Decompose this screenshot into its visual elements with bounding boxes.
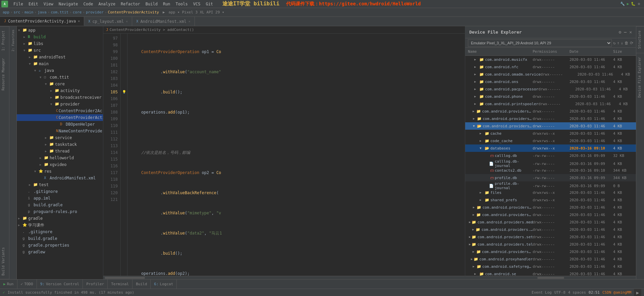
tree-item-thread[interactable]: ▶ 📁 thread [17, 148, 103, 155]
git-icon[interactable]: 🔧 [620, 2, 625, 6]
tab-manifest[interactable]: X AndroidManifest.xml ✕ [132, 17, 195, 26]
tree-item-main[interactable]: ▼ 📁 main [17, 60, 103, 67]
file-row-proxyhandler[interactable]: ▶ 📁 com.android.proxyhandler drwx------ … [465, 255, 636, 263]
tab-close-2[interactable]: ✕ [126, 19, 128, 23]
tree-item-core[interactable]: ▼ 📁 core [17, 81, 103, 87]
tree-item-gradle[interactable]: ▶ 📁 gradle [17, 215, 103, 222]
file-row-settings[interactable]: ▶ 📁 com.android.providers.settings drwx-… [465, 233, 636, 241]
run-btn[interactable]: ▶ [627, 2, 629, 6]
tree-item-xgvideo[interactable]: ▶ 📁 xgvideo [17, 161, 103, 168]
settings-icon[interactable]: ⚙ [638, 2, 640, 6]
tree-item-appiml[interactable]: i app.iml [17, 195, 103, 202]
menu-vcs[interactable]: VCS [191, 1, 203, 7]
file-row-se[interactable]: ▶ 📁 com.android.se drwx------ 2020-03-03… [465, 270, 636, 276]
tab-profiler[interactable]: Profiler [83, 280, 108, 289]
status-indent[interactable]: 4 spaces [568, 290, 586, 295]
path-java[interactable]: java [38, 10, 47, 14]
menu-code[interactable]: Code [81, 1, 96, 7]
path-provider[interactable]: provider [86, 10, 104, 14]
status-encoding[interactable]: UTF-8 [554, 290, 566, 295]
file-row-downloads[interactable]: ▶ 📁 com.android.providers.downloads drwx… [465, 204, 636, 211]
editor-scrollbar[interactable] [103, 276, 465, 279]
file-row-partnerbookmark[interactable]: ▶ 📁 com.android.providers.partnerbookmar… [465, 226, 636, 233]
tab-cplayout[interactable]: X cp_layout.xml ✕ [84, 17, 132, 26]
tree-item-androidtest[interactable]: ▶ 📁 androidTest [17, 54, 103, 60]
tree-item-service[interactable]: ▶ 📁 service [17, 134, 103, 141]
tab-contentprovider[interactable]: J ContentProviderActivity.java ✕ [0, 17, 84, 26]
resource-manager-tab[interactable]: Resource Manager [0, 55, 9, 94]
structure-tab[interactable]: Structure [636, 26, 644, 53]
path-src[interactable]: src [14, 10, 20, 14]
path-com[interactable]: com.ttit [51, 10, 68, 14]
file-row-musicfx[interactable]: ▶ 📁 com.android.musicfx drwx------ 2020-… [465, 56, 636, 63]
menu-git[interactable]: Git [203, 1, 216, 7]
file-row-ons[interactable]: ▶ 📁 com.android.ons drwx------ 2020-03-0… [465, 78, 636, 85]
tree-item-gitignore[interactable]: . .gitignore [17, 188, 103, 195]
tree-item-src[interactable]: ▼ 📁 src [17, 47, 103, 54]
download-icon[interactable]: ↓ [621, 41, 623, 45]
tree-item-gradlew[interactable]: g gradlew [17, 249, 103, 255]
tab-terminal[interactable]: Terminal [108, 280, 132, 289]
tree-item-java[interactable]: ▼ ☕ java [17, 67, 103, 74]
file-row-shared-prefs[interactable]: ▶ 📁 shared_prefs drwxrws--x 2020-03-03 1… [465, 196, 636, 204]
tree-item-cpactivity-selected[interactable]: C ContentProviderActi... [17, 114, 103, 121]
path-core[interactable]: core [73, 10, 82, 14]
device-file-tab[interactable]: Device File Explorer [636, 53, 644, 101]
tree-item-buildgradle-root[interactable]: g build.gradle [17, 235, 103, 242]
file-row-databases[interactable]: ▼ 📂 databases drwxrwx--x 2020-03-16 09:1… [465, 144, 636, 152]
tree-item-cp2activity[interactable]: C ContentProvider2Ac... [17, 108, 103, 114]
tree-item-androidmanifest[interactable]: X AndroidManifest.xml [17, 175, 103, 181]
device-selector-dropdown[interactable]: Emulator Pixel_3_XL_API_29 Android 10, A… [468, 39, 612, 47]
tree-item-broadcastreceiver[interactable]: ▶ 📁 broadcastreceiver [17, 94, 103, 101]
delete-icon[interactable]: 🗑 [625, 41, 629, 45]
file-row-code-cache[interactable]: ▶ 📁 code_cache drwxrws--x 2020-03-03 11:… [465, 137, 636, 144]
tree-item-gitignore-root[interactable]: . .gitignore [17, 228, 103, 235]
event-log-label[interactable]: Event Log [532, 290, 552, 295]
menu-tools[interactable]: Tools [173, 1, 191, 7]
refresh-icon[interactable]: ↻ [613, 41, 615, 45]
file-row-blockednumr[interactable]: ▶ 📁 com.android.providers.blockednumr dr… [465, 108, 636, 115]
tree-item-libs[interactable]: ▶ 📁 libs [17, 40, 103, 47]
tab-logcat[interactable]: 6: Logcat [151, 280, 177, 289]
menu-navigate[interactable]: Navigate [56, 1, 81, 7]
path-main[interactable]: main [24, 10, 34, 14]
file-explorer-scrollbar[interactable] [465, 276, 636, 279]
tab-todo[interactable]: ✓ TODO [17, 280, 37, 289]
path-device2[interactable]: Pixel 3 XL API 29 ▾ [182, 10, 224, 14]
file-row-profile-journal[interactable]: 📄 profile.db-journal -rw-rw---- 2020-03-… [465, 181, 636, 189]
file-row-calllog-journal[interactable]: 📄 calllog.db-journal -rw-rw---- 2020-03-… [465, 159, 636, 167]
favorites-item-1[interactable]: 2: Favorites [10, 28, 16, 53]
tree-item-build[interactable]: ▶ B build [17, 34, 103, 40]
build-variants-tab[interactable]: Build Variants [0, 244, 9, 279]
tab-close-1[interactable]: ✕ [78, 19, 80, 23]
file-row-calendar[interactable]: ▶ 📁 com.android.providers.calendar drwx-… [465, 115, 636, 122]
file-row-profile-db[interactable]: 🗃 profile.db -rw-rw---- 2020-03-16 09:09… [465, 174, 636, 181]
file-row-pacprocessor[interactable]: ▶ 📁 com.android.pacprocessor drwx------ … [465, 85, 636, 93]
menu-refactor[interactable]: Refactor [118, 1, 143, 7]
file-row-phone[interactable]: ▶ 📁 com.android.phone drwx------ 2020-03… [465, 93, 636, 100]
menu-run[interactable]: Run [160, 1, 173, 7]
tree-item-buildgradle-app[interactable]: g build.gradle [17, 202, 103, 208]
minimize-icon-explorer[interactable]: — [624, 30, 627, 35]
path-run-icon[interactable]: ▶ [163, 10, 165, 14]
menu-edit[interactable]: Edit [26, 1, 41, 7]
close-icon-explorer[interactable]: ✕ [629, 30, 632, 35]
tree-item-proguard[interactable]: p proguard-rules.pro [17, 208, 103, 215]
file-row-userdictiona[interactable]: ▶ 📁 com.android.providers.userdictiona d… [465, 248, 636, 255]
file-row-safetyregulatoryinfo[interactable]: ▶ 📁 com.android.safetyregulatoryinfo drw… [465, 263, 636, 270]
path-class[interactable]: ContentProviderActivity [108, 10, 159, 14]
sync-icon[interactable]: ⟳ [630, 41, 633, 45]
tab-run[interactable]: ▶ Run [0, 280, 17, 289]
code-lines[interactable]: ContentProviderOperation op1 = Co .withV… [127, 34, 465, 276]
file-row-cache[interactable]: ▶ 📁 cache drwxrws--x 2020-03-03 11:46 4 … [465, 130, 636, 137]
tab-version-control[interactable]: 9: Version Control [37, 280, 83, 289]
tree-item-helloworld[interactable]: ▶ 📁 helloworld [17, 155, 103, 161]
tree-item-comttit[interactable]: ▼ ◻ com.ttit [17, 74, 103, 81]
menu-analyze[interactable]: Analyze [96, 1, 118, 7]
file-row-contacts-folder[interactable]: ▼ 📂 com.android.providers.contacts drwx-… [465, 122, 636, 130]
debug-btn[interactable]: 🐛 [631, 2, 636, 6]
menu-view[interactable]: View [41, 1, 56, 7]
project-tab[interactable]: 1: Project [0, 26, 9, 55]
tab-build[interactable]: Build [132, 280, 151, 289]
file-row-omadm[interactable]: ▶ 📁 com.android.omadm.service drwx------… [465, 71, 636, 78]
